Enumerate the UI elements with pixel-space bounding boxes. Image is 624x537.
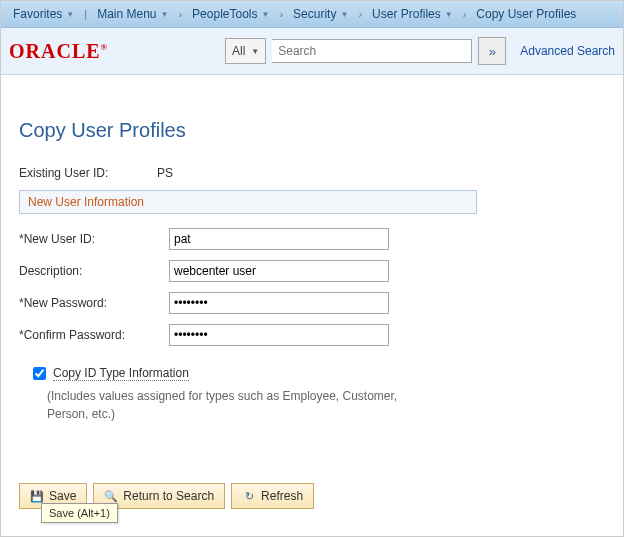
refresh-icon: ↻ xyxy=(242,489,256,503)
crumb-peopletools[interactable]: PeopleTools ▼ xyxy=(186,5,275,23)
chevron-down-icon: ▼ xyxy=(251,47,259,56)
breadcrumb: Favorites ▼ | Main Menu ▼ › PeopleTools … xyxy=(1,1,623,28)
crumb-label: PeopleTools xyxy=(192,7,257,21)
crumb-label: Copy User Profiles xyxy=(476,7,576,21)
chevron-down-icon: ▼ xyxy=(445,10,453,19)
existing-user-label: Existing User ID: xyxy=(19,166,139,180)
search-scope-label: All xyxy=(232,44,245,58)
oracle-logo: ORACLE® xyxy=(9,40,108,63)
main-content: Copy User Profiles Existing User ID: PS … xyxy=(1,75,623,533)
crumb-main-menu[interactable]: Main Menu ▼ xyxy=(91,5,174,23)
search-scope-select[interactable]: All ▼ xyxy=(225,38,266,64)
crumb-arrow-icon: › xyxy=(463,8,467,20)
new-password-input[interactable] xyxy=(169,292,389,314)
refresh-button[interactable]: ↻ Refresh xyxy=(231,483,314,509)
section-header: New User Information xyxy=(19,190,477,214)
copy-id-type-checkbox[interactable] xyxy=(33,367,46,380)
crumb-arrow-icon: › xyxy=(358,8,362,20)
description-input[interactable] xyxy=(169,260,389,282)
new-user-id-label: *New User ID: xyxy=(19,232,169,246)
header-bar: ORACLE® All ▼ » Advanced Search xyxy=(1,28,623,75)
copy-id-type-label[interactable]: Copy ID Type Information xyxy=(53,366,189,381)
crumb-label: Main Menu xyxy=(97,7,156,21)
chevron-down-icon: ▼ xyxy=(66,10,74,19)
description-label: Description: xyxy=(19,264,169,278)
confirm-password-label: *Confirm Password: xyxy=(19,328,169,342)
advanced-search-link[interactable]: Advanced Search xyxy=(520,44,615,58)
chevron-down-icon: ▼ xyxy=(161,10,169,19)
crumb-user-profiles[interactable]: User Profiles ▼ xyxy=(366,5,459,23)
double-chevron-icon: » xyxy=(489,44,496,59)
crumb-security[interactable]: Security ▼ xyxy=(287,5,354,23)
search-icon: 🔍 xyxy=(104,489,118,503)
crumb-current: Copy User Profiles xyxy=(470,5,582,23)
new-password-label: *New Password: xyxy=(19,296,169,310)
separator: | xyxy=(84,8,87,20)
save-tooltip: Save (Alt+1) xyxy=(41,503,118,523)
save-button-label: Save xyxy=(49,489,76,503)
existing-user-value: PS xyxy=(157,166,173,180)
page-title: Copy User Profiles xyxy=(19,119,605,142)
favorites-menu[interactable]: Favorites ▼ xyxy=(7,5,80,23)
search-go-button[interactable]: » xyxy=(478,37,506,65)
favorites-label: Favorites xyxy=(13,7,62,21)
chevron-down-icon: ▼ xyxy=(340,10,348,19)
search-input[interactable] xyxy=(272,39,472,63)
copy-id-type-hint: (Includes values assigned for types such… xyxy=(47,387,407,423)
confirm-password-input[interactable] xyxy=(169,324,389,346)
crumb-label: Security xyxy=(293,7,336,21)
new-user-id-input[interactable] xyxy=(169,228,389,250)
save-icon: 💾 xyxy=(30,489,44,503)
refresh-button-label: Refresh xyxy=(261,489,303,503)
return-button-label: Return to Search xyxy=(123,489,214,503)
crumb-arrow-icon: › xyxy=(279,8,283,20)
chevron-down-icon: ▼ xyxy=(262,10,270,19)
crumb-arrow-icon: › xyxy=(178,8,182,20)
crumb-label: User Profiles xyxy=(372,7,441,21)
